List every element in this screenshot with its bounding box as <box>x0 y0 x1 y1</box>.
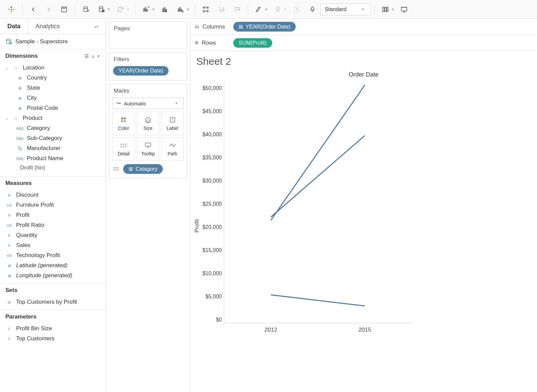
pin-button[interactable] <box>305 3 320 16</box>
svg-rect-15 <box>144 9 145 11</box>
sort-desc-button[interactable] <box>230 3 244 16</box>
svg-point-41 <box>147 120 149 122</box>
rows-shelf[interactable]: ≡Rows SUM(Profit) <box>190 35 537 51</box>
mark-tooltip[interactable]: Tooltip <box>137 137 159 161</box>
measure-tech-profit[interactable]: =#Technology Profit <box>0 250 106 260</box>
mark-path[interactable]: Path <box>161 137 184 161</box>
new-worksheet-button[interactable] <box>139 3 153 16</box>
measure-latitude[interactable]: ⊕Latitude (generated) <box>0 260 106 271</box>
columns-shelf[interactable]: iiiColumns ⊞YEAR(Order Date) <box>190 19 537 35</box>
text-button[interactable]: T <box>290 3 304 16</box>
list-view-icon[interactable]: ☰ <box>85 53 89 59</box>
sort-asc-button[interactable] <box>214 3 229 16</box>
swap-button[interactable] <box>199 3 213 16</box>
mark-size[interactable]: Size <box>137 112 159 135</box>
pause-datasource-button[interactable] <box>94 3 109 16</box>
sheet-title[interactable]: Sheet 2 <box>190 51 537 69</box>
y-tick: $45,000 <box>196 108 222 114</box>
dim-category[interactable]: AbcCategory <box>0 123 106 133</box>
dimensions-tree: ⌄⛬Location ⊕Country ⊕State ⊕City ⊕Postal… <box>0 62 106 176</box>
fit-dropdown[interactable]: Standard ▼ <box>321 3 371 15</box>
chart-canvas[interactable]: Profit $0$5,000$10,000$15,000$20,000$25,… <box>190 80 537 392</box>
measure-longitude[interactable]: ⊕Longitude (generated) <box>0 271 106 281</box>
filters-card[interactable]: Filters YEAR(Order Date) <box>109 52 187 81</box>
dim-postal[interactable]: ⊕Postal Code <box>0 103 106 113</box>
param-top-customers[interactable]: #Top Customers <box>0 334 106 344</box>
data-panel: Data Analytics ▴▾ Sample - Superstore Di… <box>0 19 106 392</box>
measure-quantity[interactable]: #Quantity <box>0 230 106 240</box>
dropdown-caret-icon[interactable]: ▼ <box>265 8 270 11</box>
measure-furniture-profit[interactable]: =#Furniture Profit <box>0 200 106 210</box>
series-line[interactable] <box>271 85 365 220</box>
dim-productname[interactable]: AbcProduct Name <box>0 153 106 163</box>
tab-data[interactable]: Data <box>0 19 28 34</box>
save-button[interactable] <box>57 3 71 16</box>
svg-rect-20 <box>166 9 167 11</box>
dropdown-caret-icon[interactable]: ▼ <box>187 8 192 11</box>
svg-point-37 <box>124 117 126 119</box>
measure-sales[interactable]: #Sales <box>0 240 106 250</box>
series-line[interactable] <box>271 295 365 306</box>
measure-profit-ratio[interactable]: =#Profit Ratio <box>0 220 106 230</box>
measure-discount[interactable]: #Discount <box>0 190 106 200</box>
param-profit-bin[interactable]: #Profit Bin Size <box>0 324 106 334</box>
menu-caret-icon[interactable]: ▼ <box>97 54 100 58</box>
forward-button[interactable] <box>41 3 56 16</box>
dim-country[interactable]: ⊕Country <box>0 73 106 83</box>
search-icon[interactable]: ⌕ <box>92 53 94 59</box>
filters-title: Filters <box>109 53 187 66</box>
y-tick: $40,000 <box>196 132 222 138</box>
tableau-logo[interactable] <box>4 3 19 16</box>
chart-x-title: Order Date <box>190 69 537 80</box>
highlight-button[interactable] <box>251 3 266 16</box>
tab-analytics[interactable]: Analytics ▴▾ <box>28 19 106 34</box>
detail-glyph-icon <box>112 166 120 172</box>
mark-label[interactable]: TLabel <box>161 112 184 135</box>
clear-sheet-button[interactable] <box>173 3 188 16</box>
svg-rect-10 <box>62 7 67 12</box>
plus-icon: ⊞ <box>239 23 243 30</box>
dim-truncated[interactable]: Drofit (hin) <box>0 163 106 174</box>
y-tick: $5,000 <box>196 294 222 300</box>
measure-profit[interactable]: #Profit <box>0 210 106 220</box>
dim-location[interactable]: ⌄⛬Location <box>0 63 106 73</box>
dropdown-caret-icon[interactable]: ▼ <box>107 8 112 11</box>
dim-manufacturer[interactable]: 📎Manufacturer <box>0 143 106 153</box>
duplicate-sheet-button[interactable] <box>158 3 173 16</box>
x-tick: 2015 <box>358 327 371 333</box>
dim-city[interactable]: ⊕City <box>0 93 106 103</box>
mark-color[interactable]: Color <box>112 112 135 135</box>
presentation-button[interactable] <box>397 3 411 16</box>
svg-point-44 <box>120 144 122 145</box>
detail-pill-category[interactable]: ⊞Category <box>123 164 163 174</box>
new-datasource-button[interactable] <box>79 3 93 16</box>
svg-rect-32 <box>387 7 388 11</box>
rows-pill-sum-profit[interactable]: SUM(Profit) <box>233 38 272 48</box>
plus-icon: ⊞ <box>129 166 133 172</box>
mark-type-dropdown[interactable]: 〜Automatic ▼ <box>112 98 184 109</box>
svg-point-45 <box>123 144 124 145</box>
datasource-row[interactable]: Sample - Superstore <box>0 34 106 49</box>
svg-point-34 <box>6 39 10 41</box>
y-tick: $15,000 <box>196 247 222 253</box>
dropdown-caret-icon[interactable]: ▼ <box>127 8 132 11</box>
back-button[interactable] <box>26 3 41 16</box>
mark-detail[interactable]: Detail <box>112 137 135 161</box>
dim-product[interactable]: ⌄⛬Product <box>0 113 106 123</box>
pages-card[interactable]: Pages <box>109 21 187 49</box>
dropdown-caret-icon[interactable]: ▼ <box>284 8 289 11</box>
dropdown-caret-icon[interactable]: ▼ <box>391 8 396 11</box>
show-me-button[interactable] <box>378 3 393 16</box>
group-button[interactable] <box>271 3 285 16</box>
dropdown-caret-icon[interactable]: ▼ <box>152 8 157 11</box>
dim-subcategory[interactable]: AbcSub-Category <box>0 133 106 143</box>
chevron-down-icon: ▼ <box>175 102 180 105</box>
svg-rect-22 <box>180 7 181 11</box>
series-line[interactable] <box>271 136 365 217</box>
filter-pill-year[interactable]: YEAR(Order Date) <box>113 66 168 76</box>
svg-rect-13 <box>102 10 103 12</box>
columns-pill-year[interactable]: ⊞YEAR(Order Date) <box>233 22 296 32</box>
refresh-button[interactable] <box>113 3 128 16</box>
set-top-customers[interactable]: ⊗Top Customers by Profit <box>0 297 106 307</box>
dim-state[interactable]: ⊕State <box>0 83 106 93</box>
